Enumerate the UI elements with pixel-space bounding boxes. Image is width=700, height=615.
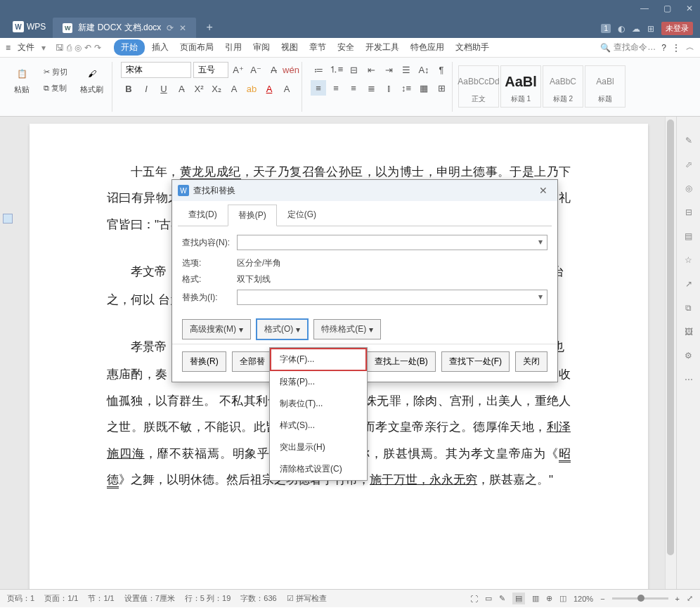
status-page-no[interactable]: 页码：1 [7,593,34,604]
print-icon[interactable]: ⎙ [67,43,72,53]
superscript-icon[interactable]: X² [191,81,207,96]
close-button[interactable]: 关闭 [515,351,547,372]
format-painter-button[interactable]: 🖌 格式刷 [74,62,109,98]
char-shading-icon[interactable]: A [226,81,242,96]
menu-icon[interactable]: ≡ [6,43,11,53]
tree-icon[interactable]: ⊟ [682,205,696,219]
new-tab-button[interactable]: + [196,17,222,38]
font-family-select[interactable]: 宋体 [121,62,191,78]
decrease-indent-icon[interactable]: ⇤ [363,62,379,77]
special-format-button[interactable]: 特殊格式(E)▾ [313,319,381,339]
tab-helper[interactable]: 文档助手 [451,39,493,56]
undo-icon[interactable]: ↶ [84,43,91,53]
font-color-icon[interactable]: A [261,81,277,96]
tab-reference[interactable]: 引用 [221,39,246,56]
italic-icon[interactable]: I [138,81,154,96]
replace-input[interactable] [237,290,547,305]
paste-button[interactable]: 📋 粘贴 [7,62,37,98]
tab-find[interactable]: 查找(D) [178,204,228,226]
dd-font[interactable]: 字体(F)... [270,348,367,371]
shading-icon[interactable]: ▦ [416,80,432,96]
tab-insert[interactable]: 插入 [148,39,173,56]
tab-review[interactable]: 审阅 [249,39,274,56]
underline-icon[interactable]: U [156,81,171,96]
align-center-icon[interactable]: ≡ [328,80,344,96]
wps-logo[interactable]: W WPS [6,18,53,38]
tab-layout[interactable]: 页面布局 [176,39,218,56]
view-edit-icon[interactable]: ✎ [499,594,505,603]
tab-goto[interactable]: 定位(G) [277,204,327,226]
char-border-icon[interactable]: A [279,81,294,96]
view-outline-icon[interactable]: ▥ [532,594,539,603]
multilevel-list-icon[interactable]: ⊟ [346,62,361,77]
dropdown-icon[interactable]: ▾ [41,43,46,53]
zoom-knob[interactable] [637,595,644,602]
select-icon[interactable]: ⬀ [682,157,696,171]
collapse-ribbon-icon[interactable]: ︿ [686,41,694,53]
share-icon[interactable]: ↗ [682,277,696,291]
grow-font-icon[interactable]: A⁺ [231,63,246,78]
clear-format-icon[interactable]: A̶ [266,63,281,78]
dd-clear-format[interactable]: 清除格式设置(C) [270,458,367,480]
font-size-select[interactable]: 五号 [193,62,228,78]
find-next-button[interactable]: 查找下一处(F) [441,351,510,372]
number-list-icon[interactable]: ⒈≡ [328,62,344,77]
tab-start[interactable]: 开始 [114,39,145,56]
style-item-0[interactable]: AaBbCcDd正文 [458,65,499,108]
highlight-icon[interactable]: ab [244,81,259,96]
bold-icon[interactable]: B [121,81,136,96]
replace-all-button[interactable]: 全部替 [232,351,273,372]
minimize-button[interactable]: — [640,4,649,13]
tab-special[interactable]: 特色应用 [406,39,448,56]
zoom-level[interactable]: 120% [573,595,593,603]
view-page-icon[interactable]: ▤ [512,593,525,604]
tab-refresh-icon[interactable]: ⟳ [167,23,174,33]
tab-dev[interactable]: 开发工具 [361,39,403,56]
maximize-button[interactable]: ▢ [662,4,672,13]
borders-icon[interactable]: ⊞ [434,80,449,96]
find-prev-button[interactable]: 查找上一处(B) [367,351,436,372]
line-spacing-icon[interactable]: ↕≡ [398,80,414,96]
login-button[interactable]: 未登录 [661,22,693,35]
ruler-icon[interactable]: ⧉ [682,301,696,315]
file-menu[interactable]: 文件 [13,39,39,56]
zoom-in-icon[interactable]: + [675,595,680,603]
dd-style[interactable]: 样式(S)... [270,415,367,436]
style-item-3[interactable]: AaBl标题 [585,65,626,108]
gutter-marker-icon[interactable] [3,214,13,224]
strike-icon[interactable]: A̵ [174,81,189,96]
tab-chapter[interactable]: 章节 [305,39,330,56]
status-pages[interactable]: 页面：1/1 [44,593,78,604]
style-item-2[interactable]: AaBbC标题 2 [543,65,583,108]
subscript-icon[interactable]: X₂ [209,81,224,96]
star-icon[interactable]: ☆ [682,253,696,267]
distribute-icon[interactable]: ⫿ [381,80,396,96]
shrink-font-icon[interactable]: A⁻ [248,63,264,78]
dialog-titlebar[interactable]: W 查找和替换 ✕ [172,180,557,201]
more-icon[interactable]: ⋮ [672,43,680,53]
spell-check[interactable]: ☑ 拼写检查 [287,593,327,604]
tab-view[interactable]: 视图 [277,39,302,56]
style-item-1[interactable]: AaBl标题 1 [500,65,541,108]
pencil-icon[interactable]: ✎ [682,134,696,148]
cloud-icon[interactable]: ☁ [632,24,640,34]
dd-highlight[interactable]: 突出显示(H) [270,436,367,458]
gear-icon[interactable]: ⚙ [682,349,696,363]
cut-button[interactable]: ✂剪切 [39,65,72,79]
increase-indent-icon[interactable]: ⇥ [381,62,396,77]
notification-badge[interactable]: 1 [601,24,611,33]
target-icon[interactable]: ◎ [682,181,696,195]
help-icon[interactable]: ? [661,43,666,53]
zoom-out-icon[interactable]: − [600,595,604,603]
copy-button[interactable]: ⧉复制 [39,81,72,96]
status-section[interactable]: 节：1/1 [88,593,114,604]
view-web-icon[interactable]: ⊕ [546,594,552,603]
redo-icon[interactable]: ↷ [94,43,101,53]
dd-tabstop[interactable]: 制表位(T)... [270,393,367,415]
picture-icon[interactable]: 🖼 [682,325,696,339]
bullet-list-icon[interactable]: ≔ [311,62,326,77]
status-words[interactable]: 字数：636 [240,593,276,604]
preview-icon[interactable]: ◎ [74,43,82,53]
more-tools-icon[interactable]: ⋯ [682,373,696,387]
close-window-button[interactable]: ✕ [685,4,694,13]
